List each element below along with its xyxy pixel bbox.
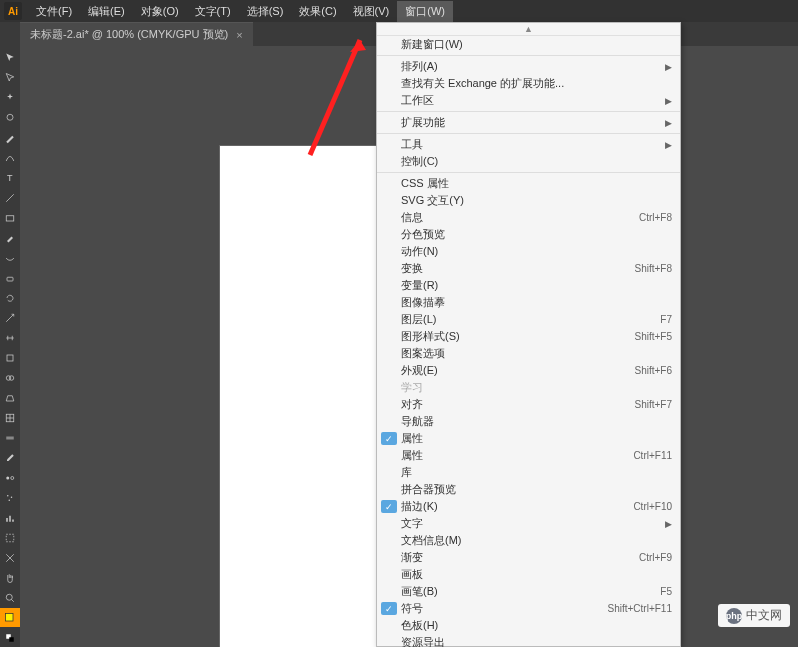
menu-item-19[interactable]: 图层(L)F7	[377, 311, 680, 328]
menu-item-30[interactable]: ✓描边(K)Ctrl+F10	[377, 498, 680, 515]
menu-item-label: 工具	[401, 137, 661, 152]
check-icon	[381, 116, 397, 129]
menu-item-0[interactable]: 新建窗口(W)	[377, 36, 680, 53]
check-icon	[381, 534, 397, 547]
hand-tool[interactable]	[0, 568, 20, 587]
watermark-text: 中文网	[746, 607, 782, 624]
menu-item-22[interactable]: 外观(E)Shift+F6	[377, 362, 680, 379]
menu-item-20[interactable]: 图形样式(S)Shift+F5	[377, 328, 680, 345]
menu-item-16[interactable]: 变换Shift+F8	[377, 260, 680, 277]
menu-5[interactable]: 效果(C)	[291, 1, 344, 22]
artboard-tool[interactable]	[0, 528, 20, 547]
check-icon	[381, 313, 397, 326]
menu-item-17[interactable]: 变量(R)	[377, 277, 680, 294]
submenu-arrow-icon: ▶	[665, 118, 672, 128]
check-icon	[381, 211, 397, 224]
menu-item-21[interactable]: 图案选项	[377, 345, 680, 362]
menu-0[interactable]: 文件(F)	[28, 1, 80, 22]
menu-item-8[interactable]: 工具▶	[377, 136, 680, 153]
slice-tool[interactable]	[0, 548, 20, 567]
rotate-tool[interactable]	[0, 288, 20, 307]
check-icon	[381, 155, 397, 168]
menu-item-36[interactable]: ✓符号Shift+Ctrl+F11	[377, 600, 680, 617]
magic-wand-tool[interactable]	[0, 88, 20, 107]
menu-6[interactable]: 视图(V)	[345, 1, 398, 22]
type-tool[interactable]: T	[0, 168, 20, 187]
menu-item-26[interactable]: ✓属性	[377, 430, 680, 447]
menu-item-12[interactable]: SVG 交互(Y)	[377, 192, 680, 209]
submenu-arrow-icon: ▶	[665, 140, 672, 150]
menu-item-24[interactable]: 对齐Shift+F7	[377, 396, 680, 413]
pen-tool[interactable]	[0, 128, 20, 147]
document-tab[interactable]: 未标题-2.ai* @ 100% (CMYK/GPU 预览) ×	[20, 22, 253, 46]
perspective-tool[interactable]	[0, 388, 20, 407]
check-icon	[381, 483, 397, 496]
scale-tool[interactable]	[0, 308, 20, 327]
menu-item-27[interactable]: 属性Ctrl+F11	[377, 447, 680, 464]
check-icon	[381, 415, 397, 428]
check-icon	[381, 381, 397, 394]
menu-item-32[interactable]: 文档信息(M)	[377, 532, 680, 549]
menu-separator	[377, 55, 680, 56]
menu-item-29[interactable]: 拼合器预览	[377, 481, 680, 498]
column-graph-tool[interactable]	[0, 508, 20, 527]
menu-item-label: 图像描摹	[401, 295, 672, 310]
menu-item-label: 变换	[401, 261, 634, 276]
menu-item-28[interactable]: 库	[377, 464, 680, 481]
symbol-sprayer-tool[interactable]	[0, 488, 20, 507]
paintbrush-tool[interactable]	[0, 228, 20, 247]
line-tool[interactable]	[0, 188, 20, 207]
menu-shortcut: Shift+F6	[634, 365, 672, 376]
menu-item-25[interactable]: 导航器	[377, 413, 680, 430]
svg-point-13	[11, 476, 14, 479]
gradient-tool[interactable]	[0, 428, 20, 447]
menu-4[interactable]: 选择(S)	[239, 1, 292, 22]
menu-3[interactable]: 文字(T)	[187, 1, 239, 22]
curvature-tool[interactable]	[0, 148, 20, 167]
menu-item-37[interactable]: 色板(H)	[377, 617, 680, 634]
menu-item-label: 属性	[401, 431, 672, 446]
fill-swatch[interactable]	[0, 608, 20, 627]
menu-item-11[interactable]: CSS 属性	[377, 175, 680, 192]
menu-item-label: 图案选项	[401, 346, 672, 361]
scroll-up-icon[interactable]: ▲	[377, 23, 680, 36]
svg-line-2	[6, 194, 14, 202]
menu-7[interactable]: 窗口(W)	[397, 1, 453, 22]
menu-item-33[interactable]: 渐变Ctrl+F9	[377, 549, 680, 566]
menu-2[interactable]: 对象(O)	[133, 1, 187, 22]
menu-shortcut: Shift+Ctrl+F11	[608, 603, 672, 614]
menu-item-6[interactable]: 扩展功能▶	[377, 114, 680, 131]
menu-item-13[interactable]: 信息Ctrl+F8	[377, 209, 680, 226]
menu-item-31[interactable]: 文字▶	[377, 515, 680, 532]
menu-item-label: 变量(R)	[401, 278, 672, 293]
color-toggle[interactable]	[0, 628, 20, 647]
menu-item-3[interactable]: 查找有关 Exchange 的扩展功能...	[377, 75, 680, 92]
menu-item-4[interactable]: 工作区▶	[377, 92, 680, 109]
free-transform-tool[interactable]	[0, 348, 20, 367]
menu-item-34[interactable]: 画板	[377, 566, 680, 583]
menu-item-38[interactable]: 资源导出	[377, 634, 680, 647]
menu-1[interactable]: 编辑(E)	[80, 1, 133, 22]
zoom-tool[interactable]	[0, 588, 20, 607]
lasso-tool[interactable]	[0, 108, 20, 127]
blend-tool[interactable]	[0, 468, 20, 487]
shaper-tool[interactable]	[0, 248, 20, 267]
menu-item-label: 学习	[401, 380, 672, 395]
eraser-tool[interactable]	[0, 268, 20, 287]
shape-builder-tool[interactable]	[0, 368, 20, 387]
menu-item-35[interactable]: 画笔(B)F5	[377, 583, 680, 600]
eyedropper-tool[interactable]	[0, 448, 20, 467]
direct-selection-tool[interactable]	[0, 68, 20, 87]
menu-item-14[interactable]: 分色预览	[377, 226, 680, 243]
width-tool[interactable]	[0, 328, 20, 347]
menu-item-9[interactable]: 控制(C)	[377, 153, 680, 170]
menu-item-2[interactable]: 排列(A)▶	[377, 58, 680, 75]
svg-point-14	[7, 495, 9, 497]
close-icon[interactable]: ×	[236, 29, 242, 41]
mesh-tool[interactable]	[0, 408, 20, 427]
selection-tool[interactable]	[0, 48, 20, 67]
menu-item-15[interactable]: 动作(N)	[377, 243, 680, 260]
check-icon	[381, 466, 397, 479]
menu-item-18[interactable]: 图像描摹	[377, 294, 680, 311]
rectangle-tool[interactable]	[0, 208, 20, 227]
